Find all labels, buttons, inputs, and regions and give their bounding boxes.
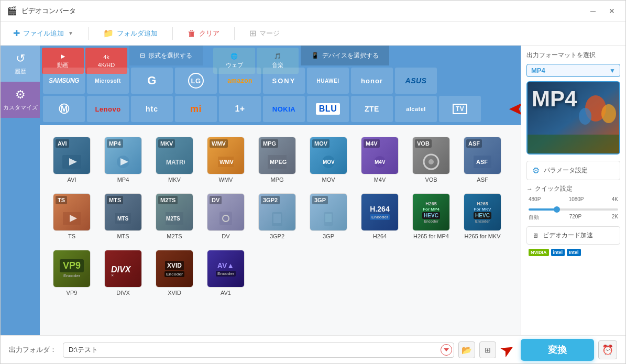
merge-button[interactable]: ⊞ マージ [245, 26, 284, 40]
format-mp4[interactable]: MP4 MP4 [100, 134, 147, 186]
format-selector[interactable]: MP4 ▼ [526, 64, 620, 77]
mp4-preview-visual: MP4 [528, 82, 619, 153]
svg-rect-28 [325, 214, 332, 222]
quality-labels-bottom: 自動 720P 2K [529, 214, 618, 221]
brand-blu[interactable]: BLU [307, 96, 349, 122]
brand-nokia[interactable]: NOKIA [263, 96, 305, 122]
brand-samsung[interactable]: SAMSUNG [43, 68, 85, 94]
sidebar-item-customize[interactable]: ⚙ カスタマイズ [1, 82, 40, 118]
copy-icon: ⊞ [485, 346, 491, 354]
nvidia-badge: NVIDIA [529, 249, 549, 256]
svg-point-14 [429, 159, 434, 164]
format-av1[interactable]: AV▲ Encoder AV1 [202, 247, 249, 299]
clear-label: クリア [199, 29, 219, 38]
brand-lg[interactable]: LG [175, 68, 217, 94]
browse-folder-button[interactable]: 📂 [458, 341, 475, 358]
format-mpg[interactable]: MPG MPEG MPG [254, 134, 301, 186]
format-h265mp4[interactable]: H265 For MP4 HEVC Encoder H265 for MP4 [408, 190, 455, 242]
format-3gp[interactable]: 3GP 3GP [305, 190, 352, 242]
gpu-badges: NVIDIA intel Intel [526, 249, 620, 256]
brand-honor[interactable]: honor [351, 68, 393, 94]
brand-google[interactable]: G [131, 68, 173, 94]
tab-device[interactable]: 📱 デバイスを選択する [301, 46, 389, 65]
gpu-icon: 🖥 [532, 232, 539, 239]
format-grid-container: AVI AVI MP4 [40, 125, 521, 335]
brand-alcatel[interactable]: alcatel [395, 96, 437, 122]
brand-huawei[interactable]: HUAWEI [307, 68, 349, 94]
format-ts[interactable]: TS TS [48, 190, 95, 242]
web-audio-tiles: 🌐 ウェブ 🎵 音楽 [203, 46, 301, 65]
minimize-button[interactable]: ─ [586, 4, 600, 18]
tab-format[interactable]: ⊟ 形式を選択する [129, 46, 203, 65]
output-path-input[interactable] [63, 343, 454, 358]
scroll-arrow: ➤ [509, 99, 521, 119]
format-mts[interactable]: MTS MTS MTS [100, 190, 147, 242]
format-h265mkv[interactable]: H265 For MKV HEVC Encoder H265 for MKV [459, 190, 506, 242]
convert-label: 変換 [548, 344, 567, 356]
format-m4v[interactable]: M4V M4V M4V [356, 134, 403, 186]
brand-sony[interactable]: SONY [263, 68, 305, 94]
brand-asus[interactable]: ASUS [395, 68, 437, 94]
add-folder-label: フォルダ追加 [117, 29, 158, 38]
format-asf[interactable]: ASF ASF ASF [459, 134, 506, 186]
sidebar-item-history[interactable]: ↺ 履歴 [1, 46, 40, 82]
add-folder-button[interactable]: 📁 フォルダ追加 [99, 26, 162, 40]
sidebar: ↺ 履歴 ⚙ カスタマイズ [1, 46, 40, 335]
format-avi[interactable]: AVI AVI [48, 134, 95, 186]
convert-button[interactable]: 変換 [521, 339, 594, 361]
format-wmv[interactable]: WMV WMV WMV [202, 134, 249, 186]
svg-rect-26 [273, 214, 281, 223]
close-button[interactable]: ✕ [605, 4, 619, 18]
brand-tv[interactable]: TV [439, 96, 481, 122]
format-icon: ⊟ [140, 52, 145, 59]
format-mov[interactable]: MOV MOV MOV [305, 134, 352, 186]
main-window: 🎬 ビデオコンバータ ─ ✕ ✚ ファイル追加 ▼ 📁 フォルダ追加 🗑 クリア… [0, 0, 626, 364]
alarm-button[interactable]: ⏰ [598, 340, 617, 359]
customize-label: カスタマイズ [3, 104, 38, 112]
format-m2ts[interactable]: M2TS M2TS M2TS [151, 190, 198, 242]
brand-oneplus[interactable]: 1+ [219, 96, 261, 122]
spacer [526, 260, 620, 330]
format-vp9[interactable]: VP9 Encoder VP9 [48, 247, 95, 299]
clear-button[interactable]: 🗑 クリア [183, 27, 224, 40]
brand-zte[interactable]: ZTE [351, 96, 393, 122]
add-file-button[interactable]: ✚ ファイル追加 ▼ [9, 26, 78, 40]
format-3gp2[interactable]: 3GP2 3GP2 [254, 190, 301, 242]
video-icon: ▶ [61, 53, 65, 60]
copy-path-button[interactable]: ⊞ [479, 341, 496, 358]
selected-format-label: MP4 [531, 67, 545, 74]
svg-text:M2TS: M2TS [166, 216, 180, 222]
add-file-label: ファイル追加 [23, 29, 64, 38]
format-dv[interactable]: DV DV [202, 190, 249, 242]
brand-microsoft[interactable]: Microsoft [87, 68, 129, 94]
main-area: ↺ 履歴 ⚙ カスタマイズ ▶ 動画 [1, 46, 625, 335]
gpu-button[interactable]: 🖥 ビデオカード加速 [526, 226, 620, 245]
svg-text:DIVX: DIVX [111, 265, 131, 274]
app-title: ビデオコンバータ [21, 6, 586, 16]
quality-slider-container: 480P 1080P 4K 自動 720P 2K [526, 196, 620, 221]
folder-browse-icon: 📂 [462, 345, 472, 355]
format-mkv[interactable]: MKV MATROSKA MKV [151, 134, 198, 186]
svg-text:WMV: WMV [219, 159, 234, 165]
svg-text:✕: ✕ [111, 274, 114, 277]
format-xvid[interactable]: XVID Encoder XVID [151, 247, 198, 299]
brand-lenovo[interactable]: Lenovo [87, 96, 129, 122]
quality-slider[interactable] [529, 208, 618, 211]
toolbar-divider-3 [234, 27, 235, 40]
brand-motorola[interactable]: Ⓜ [43, 96, 85, 122]
format-tabs: ▶ 動画 4k 4K/HD ⊟ 形式を選択する [40, 46, 521, 65]
svg-text:MTS: MTS [117, 216, 128, 222]
category-tiles: ▶ 動画 4k 4K/HD [40, 46, 129, 65]
convert-arrow-icon: ➤ [496, 338, 518, 362]
format-h264[interactable]: H.264 Encoder H264 [356, 190, 403, 242]
format-vob[interactable]: VOB VOB [408, 134, 455, 186]
output-dropdown-button[interactable] [441, 344, 452, 356]
brand-mi[interactable]: mi [175, 96, 217, 122]
format-divx[interactable]: DIVX✕ DIVX [100, 247, 147, 299]
brand-amazon[interactable]: amazon [219, 68, 261, 94]
params-button[interactable]: ⚙ パラメータ設定 [526, 161, 620, 180]
brand-htc[interactable]: htc [131, 96, 173, 122]
plus-icon: ✚ [13, 28, 20, 38]
mp4-preview: MP4 [526, 81, 620, 155]
gpu-label: ビデオカード加速 [543, 231, 614, 240]
